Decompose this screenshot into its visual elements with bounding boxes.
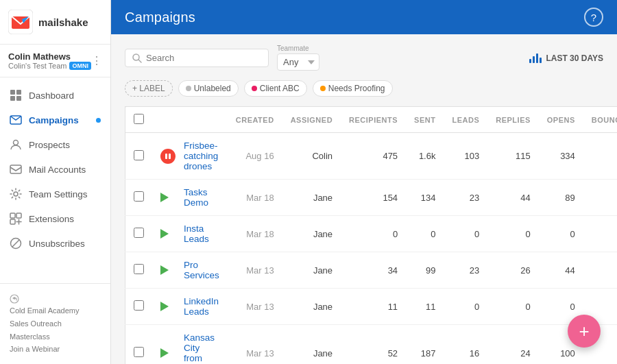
masterclass-link[interactable]: Sales Outreach Masterclass bbox=[10, 317, 101, 343]
webinar-link[interactable]: Join a Webinar bbox=[10, 343, 101, 356]
row-created-2: Mar 18 bbox=[228, 216, 282, 252]
row-sent-1: 134 bbox=[406, 180, 444, 216]
help-button[interactable]: ? bbox=[584, 8, 603, 27]
row-created-4: Mar 13 bbox=[228, 289, 282, 325]
row-status-5 bbox=[152, 325, 176, 365]
add-label-button[interactable]: + LABEL bbox=[125, 80, 173, 97]
row-checkbox-cell[interactable] bbox=[125, 252, 153, 289]
sidebar-item-extensions[interactable]: Extensions bbox=[0, 206, 110, 231]
row-created-5: Mar 13 bbox=[228, 325, 282, 365]
sidebar-item-label-team-settings: Team Settings bbox=[29, 189, 88, 199]
omni-badge: OMNI bbox=[69, 62, 91, 70]
user-section: Colin Mathews Colin's Test Team OMNI ⋮ bbox=[0, 45, 110, 77]
row-status-2 bbox=[152, 216, 176, 252]
sidebar: mailshake Colin Mathews Colin's Test Tea… bbox=[0, 0, 111, 364]
campaigns-icon bbox=[10, 114, 22, 126]
mail-accounts-icon bbox=[10, 163, 22, 175]
chip-needs-proofing[interactable]: Needs Proofing bbox=[313, 80, 393, 97]
row-checkbox-cell[interactable] bbox=[125, 289, 153, 325]
row-recipients-3: 34 bbox=[341, 252, 406, 289]
row-assigned-4: Jane bbox=[282, 289, 341, 325]
row-leads-2: 0 bbox=[444, 216, 487, 252]
bar-chart-icon bbox=[529, 53, 542, 63]
row-checkbox-4[interactable] bbox=[134, 300, 144, 311]
row-name-1[interactable]: Tasks Demo bbox=[176, 180, 228, 216]
teammate-group: Teammate Any Colin Jane bbox=[277, 45, 319, 71]
chip-dot-unlabeled bbox=[186, 86, 191, 91]
row-assigned-0: Colin bbox=[282, 133, 341, 180]
svg-rect-6 bbox=[16, 96, 21, 101]
academy-link[interactable]: Cold Email Academy bbox=[10, 304, 101, 317]
campaign-name-1[interactable]: Tasks Demo bbox=[184, 187, 208, 208]
row-checkbox-cell[interactable] bbox=[125, 133, 153, 180]
search-input[interactable] bbox=[146, 53, 261, 63]
row-name-3[interactable]: Pro Services bbox=[176, 252, 228, 289]
row-assigned-2: Jane bbox=[282, 216, 341, 252]
th-sent: SENT bbox=[406, 107, 444, 133]
row-name-4[interactable]: LinkedIn Leads bbox=[176, 289, 228, 325]
row-name-5[interactable]: Kansas City from Cindy bbox=[176, 325, 228, 365]
row-checkbox-cell[interactable] bbox=[125, 325, 153, 365]
sidebar-item-prospects[interactable]: Prospects bbox=[0, 132, 110, 157]
row-leads-3: 23 bbox=[444, 252, 487, 289]
row-checkbox-5[interactable] bbox=[134, 347, 144, 357]
th-created: CREATED bbox=[228, 107, 282, 133]
row-bounces-1: 10 bbox=[583, 180, 617, 216]
row-name-2[interactable]: Insta Leads bbox=[176, 216, 228, 252]
row-created-0: Aug 16 bbox=[228, 133, 282, 180]
th-select-all[interactable] bbox=[125, 107, 153, 133]
select-all-checkbox[interactable] bbox=[134, 114, 144, 124]
row-sent-4: 11 bbox=[406, 289, 444, 325]
row-status-4 bbox=[152, 289, 176, 325]
pause-icon bbox=[160, 149, 176, 164]
row-replies-4: 0 bbox=[487, 289, 539, 325]
row-checkbox-0[interactable] bbox=[134, 150, 144, 160]
search-box[interactable] bbox=[125, 49, 269, 67]
teammate-select[interactable]: Any Colin Jane bbox=[277, 53, 319, 71]
campaign-name-0[interactable]: Frisbee-catching drones bbox=[184, 141, 218, 171]
sidebar-item-label-extensions: Extensions bbox=[29, 214, 74, 224]
row-opens-3: 44 bbox=[539, 252, 583, 289]
row-checkbox-3[interactable] bbox=[134, 264, 144, 274]
academy-icon bbox=[10, 294, 19, 304]
svg-line-17 bbox=[138, 60, 141, 62]
topbar: Campaigns ? bbox=[111, 0, 617, 34]
page-title: Campaigns bbox=[125, 10, 195, 25]
sidebar-item-campaigns[interactable]: Campaigns bbox=[0, 108, 110, 132]
row-recipients-4: 11 bbox=[341, 289, 406, 325]
row-leads-4: 0 bbox=[444, 289, 487, 325]
row-checkbox-1[interactable] bbox=[134, 191, 144, 202]
sidebar-item-dashboard[interactable]: Dashboard bbox=[0, 83, 110, 108]
th-bounces: BOUNCES bbox=[583, 107, 617, 133]
table-row: Kansas City from CindyMar 13Jane52187162… bbox=[125, 325, 618, 365]
row-assigned-5: Jane bbox=[282, 325, 341, 365]
table-row: LinkedIn LeadsMar 13Jane11110001 bbox=[125, 289, 618, 325]
row-checkbox-cell[interactable] bbox=[125, 216, 153, 252]
campaign-name-4[interactable]: LinkedIn Leads bbox=[184, 296, 219, 317]
row-recipients-0: 475 bbox=[341, 133, 406, 180]
sidebar-item-label-unsubscribes: Unsubscribes bbox=[29, 239, 85, 249]
sidebar-item-label-mail-accounts: Mail Accounts bbox=[29, 165, 86, 175]
row-name-0[interactable]: Frisbee-catching drones bbox=[176, 133, 228, 180]
sidebar-item-mail-accounts[interactable]: Mail Accounts bbox=[0, 157, 110, 182]
table-header-row: CREATED ASSIGNED RECIPIENTS SENT LEADS R… bbox=[125, 107, 618, 133]
sidebar-item-unsubscribes[interactable]: Unsubscribes bbox=[0, 231, 110, 256]
date-range-label: LAST 30 DAYS bbox=[546, 53, 603, 63]
campaign-name-2[interactable]: Insta Leads bbox=[184, 223, 209, 244]
campaign-name-3[interactable]: Pro Services bbox=[184, 260, 219, 280]
th-status bbox=[152, 107, 176, 133]
row-sent-2: 0 bbox=[406, 216, 444, 252]
user-name: Colin Mathews bbox=[8, 51, 91, 62]
chip-unlabeled[interactable]: Unlabeled bbox=[178, 80, 239, 97]
user-menu-button[interactable]: ⋮ bbox=[91, 56, 102, 66]
settings-icon bbox=[10, 188, 22, 200]
row-checkbox-2[interactable] bbox=[134, 228, 144, 238]
fab-add-button[interactable]: + bbox=[568, 315, 601, 348]
sidebar-item-team-settings[interactable]: Team Settings bbox=[0, 182, 110, 206]
th-assigned: ASSIGNED bbox=[282, 107, 341, 133]
campaign-name-5[interactable]: Kansas City from Cindy bbox=[184, 332, 215, 364]
row-checkbox-cell[interactable] bbox=[125, 180, 153, 216]
teammate-label: Teammate bbox=[277, 45, 309, 52]
table-row: Pro ServicesMar 13Jane34992326444 bbox=[125, 252, 618, 289]
chip-client-abc[interactable]: Client ABC bbox=[244, 80, 307, 97]
